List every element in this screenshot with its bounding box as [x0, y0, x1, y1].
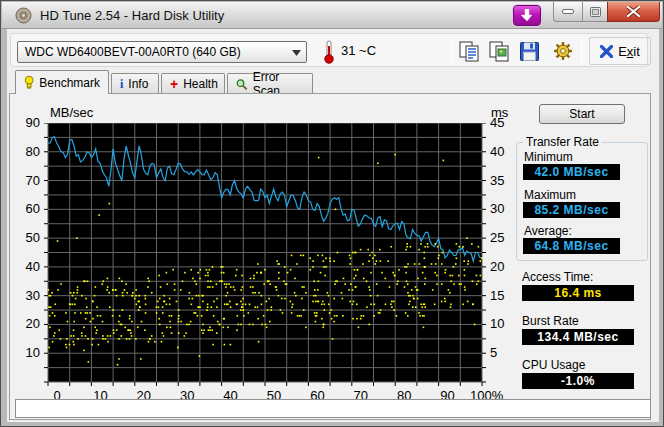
cpu-usage-value: -1.0%	[522, 373, 634, 389]
drive-select-value: WDC WD6400BEVT-00A0RT0 (640 GB)	[18, 45, 241, 59]
axis-tick-label: 20	[490, 259, 504, 274]
axis-tick-label: 50	[18, 230, 40, 245]
axis-tick-label: 80	[18, 144, 40, 159]
exit-x-icon	[600, 45, 613, 58]
options-gear-icon	[552, 40, 574, 62]
axis-tick-label: 40	[18, 259, 40, 274]
toolbar: WDC WD6400BEVT-00A0RT0 (640 GB) 31 ~C	[10, 33, 648, 67]
tab-benchmark-label: Benchmark	[39, 76, 100, 90]
toolbar-separator	[581, 38, 582, 64]
axis-tick-label: 90	[18, 115, 40, 130]
axis-tick-label: 10	[490, 316, 504, 331]
close-icon	[627, 6, 640, 17]
drive-select[interactable]: WDC WD6400BEVT-00A0RT0 (640 GB)	[17, 41, 307, 63]
axis-tick-label: 60	[18, 201, 40, 216]
average-value: 64.8 MB/sec	[523, 238, 620, 254]
axis-tick-label: 5	[490, 345, 497, 360]
start-button[interactable]: Start	[539, 104, 625, 124]
tab-error-scan[interactable]: Error Scan	[227, 73, 313, 94]
temperature-label: 31 ~C	[341, 43, 376, 58]
axis-tick-label: 30	[18, 288, 40, 303]
axis-tick-label: 15	[490, 288, 504, 303]
chevron-down-icon	[292, 50, 301, 56]
download-button[interactable]	[513, 5, 541, 26]
maximum-label: Maximum	[524, 188, 576, 202]
save-icon	[519, 41, 540, 62]
maximize-button[interactable]	[582, 2, 608, 22]
burst-rate-label: Burst Rate	[522, 314, 579, 328]
tab-health[interactable]: + Health	[161, 73, 225, 94]
exit-label: Exit	[618, 44, 640, 59]
left-axis-title: MB/sec	[50, 105, 93, 120]
axis-tick-label: 70	[18, 173, 40, 188]
tab-info-label: Info	[128, 77, 148, 91]
exit-button[interactable]: Exit	[589, 37, 651, 65]
benchmark-page: MB/sec ms 102030405060708090510152025303…	[9, 93, 651, 420]
copy-text-button[interactable]	[457, 39, 481, 63]
average-label: Average:	[524, 224, 572, 238]
close-button[interactable]	[607, 2, 660, 22]
cpu-usage-label: CPU Usage	[522, 358, 585, 372]
minimize-button[interactable]	[553, 2, 583, 22]
axis-tick-label: 40	[490, 144, 504, 159]
transfer-rate-title: Transfer Rate	[523, 135, 602, 149]
thermometer-icon	[323, 39, 335, 64]
maximum-value: 85.2 MB/sec	[523, 202, 620, 218]
copy-image-button[interactable]	[487, 39, 511, 63]
info-icon: i	[120, 77, 123, 92]
axis-tick-label: 20	[18, 316, 40, 331]
axis-tick-label: 25	[490, 230, 504, 245]
app-window: HD Tune 2.54 - Hard Disk Utility	[0, 0, 664, 427]
magnifier-icon	[236, 78, 248, 91]
axis-tick-label: 35	[490, 173, 504, 188]
minimum-label: Minimum	[524, 150, 573, 164]
download-arrow-icon	[520, 9, 534, 22]
copy-image-icon	[489, 41, 510, 62]
minimum-value: 42.0 MB/sec	[523, 164, 620, 180]
save-button[interactable]	[517, 39, 541, 63]
access-time-value: 16.4 ms	[522, 285, 634, 301]
burst-rate-value: 134.4 MB/sec	[522, 329, 634, 345]
window-title: HD Tune 2.54 - Hard Disk Utility	[40, 8, 224, 23]
status-strip	[15, 399, 651, 418]
health-cross-icon: +	[170, 76, 178, 92]
maximize-icon	[590, 7, 601, 17]
benchmark-chart	[44, 123, 488, 390]
benchmark-bulb-icon	[24, 75, 34, 90]
titlebar: HD Tune 2.54 - Hard Disk Utility	[2, 2, 662, 29]
client-area: WDC WD6400BEVT-00A0RT0 (640 GB) 31 ~C	[7, 29, 659, 422]
start-button-label: Start	[569, 107, 594, 121]
app-icon	[15, 7, 32, 24]
toolbar-separator	[451, 38, 452, 64]
axis-tick-label: 10	[18, 345, 40, 360]
tab-info[interactable]: i Info	[111, 73, 159, 94]
copy-text-icon	[459, 41, 480, 62]
minimize-icon	[562, 9, 574, 14]
axis-tick-label: 45	[490, 115, 504, 130]
access-time-label: Access Time:	[522, 270, 593, 284]
tab-health-label: Health	[183, 77, 218, 91]
tab-benchmark[interactable]: Benchmark	[15, 70, 109, 94]
options-button[interactable]	[551, 39, 575, 63]
axis-tick-label: 30	[490, 201, 504, 216]
